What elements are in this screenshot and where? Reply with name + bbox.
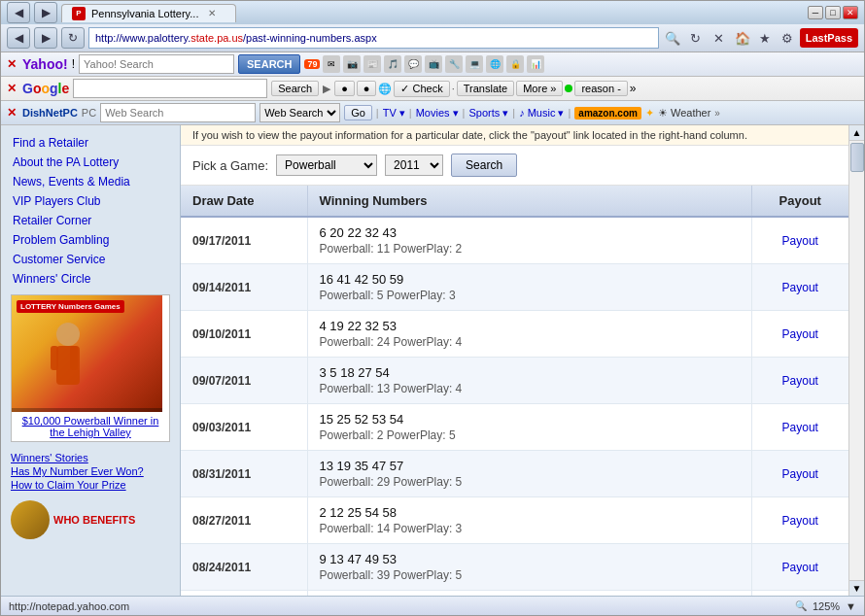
scroll-thumb[interactable] (850, 143, 864, 172)
numbers-cell: 2 17 23 28 47 Powerball: 36 PowerPlay: 2 (307, 591, 751, 597)
payout-cell: Payout (751, 497, 848, 544)
google-reason-button[interactable]: reason - (574, 81, 627, 96)
toolbar-icon-7[interactable]: 🔒 (506, 55, 524, 73)
google-dot-button[interactable]: ● (334, 81, 355, 96)
news-icon[interactable]: 📰 (363, 55, 381, 73)
date-cell: 09/10/2011 (181, 311, 307, 358)
sidebar-item-retailer-corner[interactable]: Retailer Corner (1, 211, 180, 230)
amazon-button[interactable]: amazon.com (574, 107, 641, 120)
minimize-button[interactable]: ─ (808, 6, 823, 19)
google-search-button[interactable]: Search (271, 81, 319, 96)
sidebar-who-image (11, 500, 50, 539)
yahoo-search-button[interactable]: SEARCH (238, 54, 300, 74)
stop-icon[interactable]: ✕ (709, 28, 729, 48)
scroll-down-button[interactable]: ▼ (849, 580, 864, 596)
google-translate-button[interactable]: Translate (457, 81, 514, 96)
numbers-main: 9 13 47 49 53 (320, 552, 740, 566)
game-selector-row: Pick a Game: Powerball Mega Millions Cas… (181, 146, 848, 186)
toolbar-icon-3[interactable]: 📺 (425, 55, 442, 73)
toolbar-scroll-right[interactable]: » (714, 108, 720, 119)
title-bar: ◀ ▶ P Pennsylvania Lottery... ✕ ─ □ ✕ (1, 1, 864, 24)
scroll-track[interactable] (849, 174, 864, 580)
lastpass-button[interactable]: LastPass (800, 28, 858, 48)
back-button[interactable]: ◀ (7, 2, 30, 23)
payout-link[interactable]: Payout (782, 281, 818, 294)
game-dropdown[interactable]: Powerball Mega Millions Cash 5 Match 6 P… (276, 154, 377, 176)
zoom-dropdown-icon[interactable]: ▼ (846, 600, 856, 612)
mail-icon[interactable]: ✉ (323, 55, 340, 73)
dish-tv-button[interactable]: TV ▾ (383, 107, 405, 120)
sidebar-story-link-0[interactable]: Has My Number Ever Won? (11, 465, 170, 477)
sidebar-item-winners-circle[interactable]: Winners' Circle (1, 269, 180, 289)
settings-icon[interactable]: ⚙ (778, 28, 797, 48)
numbers-main: 13 19 35 47 57 (320, 459, 740, 473)
photo-icon[interactable]: 📷 (343, 55, 361, 73)
dish-weather-button[interactable]: ☀ Weather (658, 107, 710, 120)
title-bar-left: ◀ ▶ P Pennsylvania Lottery... ✕ (7, 2, 236, 23)
payout-link[interactable]: Payout (782, 327, 818, 341)
google-close-icon[interactable]: ✕ (7, 82, 17, 95)
dish-search-dropdown[interactable]: Web Search (260, 103, 340, 122)
dish-sports-button[interactable]: Sports ▾ (468, 107, 508, 120)
sidebar-item-find-retailer[interactable]: Find a Retailer (1, 133, 180, 153)
tab-favicon: P (72, 7, 86, 20)
sidebar-item-customer-service[interactable]: Customer Service (1, 250, 180, 269)
search-icon[interactable]: 🔍 (663, 28, 682, 48)
scroll-up-button[interactable]: ▲ (849, 125, 864, 141)
date-cell: 08/24/2011 (181, 544, 307, 591)
sidebar-who-label: WHO BENEFITS (53, 514, 135, 526)
maximize-button[interactable]: □ (825, 6, 841, 19)
search-button[interactable]: Search (451, 154, 517, 177)
sidebar-item-about[interactable]: About the PA Lottery (1, 153, 180, 172)
google-more-button[interactable]: More » (516, 81, 563, 96)
tab-close-button[interactable]: ✕ (208, 8, 216, 18)
address-bar[interactable]: http://www.palottery.state.pa.us/past-wi… (88, 27, 659, 49)
browser-tab[interactable]: P Pennsylvania Lottery... ✕ (61, 4, 236, 22)
refresh-button[interactable]: ↻ (61, 27, 85, 49)
toolbar-icon-5[interactable]: 💻 (466, 55, 483, 73)
google-dot2-button[interactable]: ● (357, 81, 377, 96)
sidebar-item-vip[interactable]: VIP Players Club (1, 191, 180, 211)
dish-music-button[interactable]: ♪ Music ▾ (519, 107, 564, 120)
dish-search-input[interactable] (100, 103, 256, 122)
close-button[interactable]: ✕ (843, 6, 858, 19)
toolbar-icon-2[interactable]: 💬 (404, 55, 422, 73)
refresh-icon[interactable]: ↻ (686, 28, 706, 48)
yahoo-close-icon[interactable]: ✕ (7, 57, 17, 71)
payout-cell: Payout (751, 451, 848, 497)
yahoo-search-input[interactable] (79, 54, 234, 74)
sidebar-winner-caption[interactable]: $10,000 Powerball Winner in the Lehigh V… (12, 412, 169, 441)
svg-point-0 (56, 323, 80, 346)
year-dropdown[interactable]: 2011 2010 2009 2008 (385, 154, 443, 176)
toolbar-icon-6[interactable]: 🌐 (486, 55, 503, 73)
google-check-button[interactable]: ✓ Check (394, 81, 449, 97)
numbers-detail: Powerball: 11 PowerPlay: 2 (320, 242, 740, 256)
payout-link[interactable]: Payout (782, 374, 818, 388)
google-toolbar: ✕ Google Search ▶ ● ● 🌐 ✓ Check · Transl… (1, 77, 864, 101)
sidebar-winner-image[interactable]: LOTTERY Numbers Games $10,000 Powerball … (11, 294, 170, 442)
sidebar-item-news[interactable]: News, Events & Media (1, 172, 180, 191)
forward-button[interactable]: ▶ (34, 2, 57, 23)
dish-go-button[interactable]: Go (344, 105, 372, 120)
payout-link[interactable]: Payout (782, 234, 818, 248)
numbers-detail: Powerball: 2 PowerPlay: 5 (320, 428, 740, 442)
star-icon[interactable]: ★ (755, 28, 775, 48)
payout-link[interactable]: Payout (782, 514, 818, 528)
toolbar-icon-4[interactable]: 🔧 (445, 55, 463, 73)
google-search-input[interactable] (73, 79, 267, 98)
payout-link[interactable]: Payout (782, 467, 818, 481)
dish-close-icon[interactable]: ✕ (7, 106, 17, 120)
back-nav-button[interactable]: ◀ (7, 27, 30, 49)
dish-movies-button[interactable]: Movies ▾ (416, 107, 459, 120)
google-arrow-icon[interactable]: » (630, 82, 637, 95)
toolbar-icon-1[interactable]: 🎵 (384, 55, 401, 73)
sidebar-item-problem-gambling[interactable]: Problem Gambling (1, 230, 180, 250)
sidebar-story-link-1[interactable]: How to Claim Your Prize (11, 479, 170, 491)
home-icon[interactable]: 🏠 (733, 28, 752, 48)
payout-link[interactable]: Payout (782, 421, 818, 434)
vertical-scrollbar[interactable]: ▲ ▼ (848, 125, 864, 596)
sidebar-winners-stories[interactable]: Winners' Stories (11, 452, 170, 463)
payout-link[interactable]: Payout (782, 561, 818, 574)
forward-nav-button[interactable]: ▶ (34, 27, 57, 49)
toolbar-icon-8[interactable]: 📊 (527, 55, 544, 73)
